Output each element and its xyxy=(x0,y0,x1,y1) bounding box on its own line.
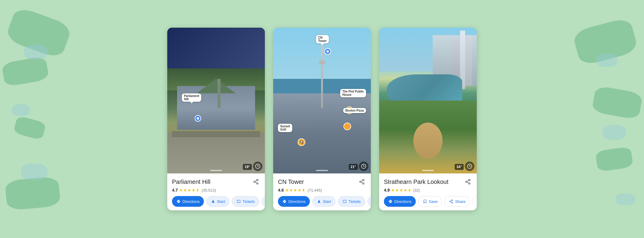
boston-pizza-pin: 🍕 xyxy=(343,123,351,130)
svg-point-9 xyxy=(363,183,364,184)
svg-point-1 xyxy=(257,179,258,181)
pint-public-house-label: The Pint PublicHouse xyxy=(340,89,366,97)
svg-line-16 xyxy=(467,182,469,183)
card-title-str: Strathearn Park Lookout xyxy=(384,178,448,185)
cn-tower-pin xyxy=(324,48,331,55)
call-button-cn[interactable]: Call xyxy=(368,196,371,207)
directions-button-cn[interactable]: Directions xyxy=(278,196,310,207)
svg-point-15 xyxy=(469,183,470,184)
share-action-icon xyxy=(449,199,454,204)
svg-point-2 xyxy=(254,181,255,183)
card-info: Parliament Hill 4.7 ★★★★⯨ (35,513) xyxy=(167,173,265,210)
tickets-button-cn[interactable]: Tickets xyxy=(338,196,365,207)
degree-badge: 19° xyxy=(243,164,252,170)
cn-tower-card: CNTower The Pint PublicHouse 🍺 Boston Pi… xyxy=(273,28,371,210)
directions-button-str[interactable]: Directions xyxy=(384,196,416,207)
share-button[interactable] xyxy=(252,178,260,186)
tickets-icon xyxy=(236,199,241,204)
card-title: Parliament Hill xyxy=(172,178,210,185)
post-button-str[interactable]: Post xyxy=(472,196,477,207)
rating-number: 4.7 xyxy=(172,188,178,192)
stars-str: ★★★★★ xyxy=(391,188,412,192)
svg-line-4 xyxy=(255,182,257,183)
directions-icon xyxy=(176,199,181,204)
svg-line-11 xyxy=(361,180,363,181)
start-button[interactable]: Start xyxy=(206,196,229,207)
svg-line-5 xyxy=(255,180,257,181)
directions-button[interactable]: Directions xyxy=(172,196,204,207)
card-title-cn: CN Tower xyxy=(278,178,304,185)
sunset-grill-label: SunsetGrill xyxy=(278,124,292,132)
svg-point-13 xyxy=(469,179,470,181)
svg-line-22 xyxy=(451,201,452,201)
svg-point-7 xyxy=(363,179,364,181)
parliament-hill-card: ParliamentHill 19° Parliament Hill xyxy=(167,28,265,210)
scroll-indicator xyxy=(210,170,222,171)
svg-point-3 xyxy=(257,183,258,184)
svg-line-21 xyxy=(451,202,452,202)
parliament-hill-pin xyxy=(195,115,201,122)
start-icon-cn xyxy=(317,199,321,204)
svg-point-19 xyxy=(450,201,451,202)
svg-line-10 xyxy=(361,182,363,183)
start-button-cn[interactable]: Start xyxy=(312,196,335,207)
directions-icon-str xyxy=(388,199,393,204)
save-icon xyxy=(423,199,427,204)
rating-number-str: 4.9 xyxy=(384,188,390,192)
degree-badge-str: 34° xyxy=(455,164,464,170)
svg-line-17 xyxy=(467,180,469,181)
clock-button-str[interactable] xyxy=(465,162,474,171)
svg-point-18 xyxy=(452,200,453,201)
stars: ★★★★⯨ xyxy=(179,188,200,192)
start-icon xyxy=(211,199,215,204)
action-buttons-str: Directions Save xyxy=(384,196,472,207)
review-count: (35,513) xyxy=(201,188,216,192)
save-button-str[interactable]: Save xyxy=(418,196,442,207)
stars-cn: ★★★★⯨ xyxy=(285,188,306,192)
svg-point-20 xyxy=(452,202,453,203)
strathearn-image[interactable]: 34° xyxy=(379,28,477,173)
clock-button[interactable] xyxy=(253,162,262,171)
cn-tower-map-label: CNTower xyxy=(316,35,329,43)
scroll-indicator-str xyxy=(422,170,434,171)
directions-icon-cn xyxy=(282,199,287,204)
parliament-hill-map-label: ParliamentHill xyxy=(182,93,201,102)
boston-pizza-label: Boston Pizza xyxy=(343,108,366,113)
strathearn-park-card: 34° Strathearn Park Lookout xyxy=(379,28,477,210)
cn-tower-image[interactable]: CNTower The Pint PublicHouse 🍺 Boston Pi… xyxy=(273,28,371,173)
review-count-cn: (71,445) xyxy=(307,188,322,192)
card-info-cn: CN Tower 4.6 ★★★★⯨ (71,445) xyxy=(273,173,371,210)
card-info-str: Strathearn Park Lookout 4.9 ★★★★★ (32) xyxy=(379,173,477,210)
action-buttons-cn: Directions Start T xyxy=(278,196,366,207)
clock-button-cn[interactable] xyxy=(359,162,368,171)
call-button[interactable]: Call xyxy=(262,196,265,207)
review-count-str: (32) xyxy=(413,188,420,192)
scroll-indicator-cn xyxy=(316,170,328,171)
action-buttons: Directions Start T xyxy=(172,196,260,207)
share-button-cn[interactable] xyxy=(358,178,366,186)
parliament-hill-image[interactable]: ParliamentHill 19° xyxy=(167,28,265,173)
tickets-button[interactable]: Tickets xyxy=(232,196,259,207)
degree-badge-cn: 21° xyxy=(349,164,358,170)
share-action-button-str[interactable]: Share xyxy=(444,196,470,207)
share-button-str[interactable] xyxy=(464,178,472,186)
cards-container: ParliamentHill 19° Parliament Hill xyxy=(0,0,644,238)
svg-point-8 xyxy=(360,181,361,183)
rating-number-cn: 4.6 xyxy=(278,188,284,192)
svg-point-14 xyxy=(466,181,467,183)
tickets-icon-cn xyxy=(342,199,347,204)
